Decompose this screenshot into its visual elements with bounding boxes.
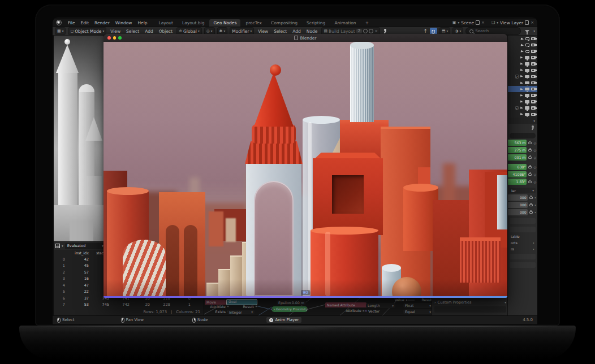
new-tree-icon[interactable] (369, 29, 373, 33)
lock-icon[interactable] (529, 197, 533, 199)
tab-proctex[interactable]: procTex (242, 19, 266, 27)
zoom-window-button[interactable] (118, 36, 122, 40)
dataset-dropdown[interactable]: Evaluated ▾ (65, 243, 106, 249)
selectable-icon[interactable] (520, 75, 524, 78)
outliner-row[interactable] (508, 36, 537, 42)
new-scene-icon[interactable] (476, 20, 480, 25)
search-input[interactable] (475, 29, 512, 33)
location-x-field[interactable]: 563 m (508, 140, 527, 146)
collapsed-section[interactable] (510, 227, 536, 232)
render-visibility-icon[interactable] (531, 81, 536, 85)
outliner-row[interactable] (508, 111, 537, 118)
render-visibility-icon[interactable] (531, 94, 536, 97)
tab-animation[interactable]: Animation (330, 19, 360, 27)
tab-layout-big[interactable]: Layout.big (178, 19, 209, 27)
goal-value-dropdown[interactable]: Integer ▾ (227, 310, 255, 314)
render-visibility-icon[interactable] (531, 75, 536, 79)
selectable-icon[interactable] (520, 100, 524, 103)
lock-icon[interactable] (529, 204, 533, 206)
render-visibility-icon[interactable] (531, 50, 536, 53)
viewport-visibility-icon[interactable] (525, 44, 529, 46)
keyframe-dot-icon[interactable]: • (534, 211, 536, 214)
node-named-attribute[interactable]: Named Attribute (325, 302, 367, 307)
selectable-icon[interactable] (520, 69, 524, 72)
keyframe-diamond-icon[interactable]: ◇ (533, 148, 536, 152)
vector-math-operation-dropdown[interactable]: Length ▾ (366, 303, 395, 308)
viewport-visibility-icon[interactable] (525, 113, 529, 116)
outliner-row[interactable] (508, 61, 537, 67)
selection-checkbox[interactable]: ✓ (515, 106, 519, 110)
tab-geo-nodes[interactable]: Geo Nodes (209, 19, 240, 27)
table-row[interactable]: 7 53 745 742 20 228 1 0 (54, 302, 204, 309)
node-menu-add[interactable]: Add (291, 29, 303, 34)
render-visibility-icon[interactable] (531, 56, 536, 59)
render-visibility-icon[interactable] (531, 69, 536, 72)
viewport-menu-select[interactable]: Select (124, 29, 141, 34)
fake-user-icon[interactable] (363, 29, 368, 33)
keyframe-diamond-icon[interactable]: ◇ (533, 141, 536, 145)
render-visibility-icon[interactable] (531, 37, 536, 41)
outliner-row[interactable]: ✓ (508, 73, 537, 80)
view-layer-selector[interactable]: ❏ ▾ View Layer × (491, 20, 534, 25)
rotation-x-field[interactable]: 638° (508, 164, 527, 170)
pin-icon[interactable] (530, 125, 534, 131)
outliner-row[interactable] (508, 48, 537, 54)
outliner-row[interactable] (508, 92, 537, 98)
collapse-chevron-icon[interactable]: › (274, 307, 275, 311)
visibility-renders-row[interactable]: rs • (511, 247, 534, 251)
lock-icon[interactable] (528, 149, 532, 151)
scale-x-field[interactable]: 000 (508, 194, 528, 201)
close-icon[interactable]: ✕ (269, 318, 273, 322)
selectable-icon[interactable] (521, 50, 524, 53)
viewport-visibility-icon[interactable] (525, 88, 529, 91)
input-socket[interactable] (365, 310, 367, 312)
selection-checkbox[interactable]: ✓ (515, 75, 519, 79)
keyframe-dot-icon[interactable]: • (533, 248, 534, 251)
outliner-row[interactable] (508, 67, 537, 73)
collapsed-section[interactable] (510, 262, 536, 268)
selectable-icon[interactable] (520, 113, 524, 116)
add-workspace-button[interactable]: + (361, 19, 373, 27)
collapsed-section[interactable] (510, 254, 536, 259)
render-visibility-icon[interactable] (531, 113, 536, 116)
parent-tree-icon[interactable]: ↑ (423, 28, 428, 34)
minimize-window-button[interactable] (113, 36, 117, 40)
visibility-viewports-row[interactable]: orts • (511, 241, 534, 245)
filter-icon[interactable] (525, 30, 529, 33)
selectable-icon[interactable] (521, 37, 524, 40)
outliner-row[interactable] (508, 54, 537, 60)
render-window[interactable]: Blender (104, 34, 507, 298)
node-geometry-proximity[interactable]: › Geometry Proximity (271, 306, 308, 312)
viewport-3d-clay[interactable] (54, 36, 104, 241)
compare-type-dropdown[interactable]: Float ▾ (403, 303, 433, 308)
keyframe-dot-icon[interactable]: • (534, 203, 536, 207)
outliner-row[interactable] (508, 42, 537, 48)
lock-icon[interactable] (528, 142, 532, 144)
compare-operation-dropdown[interactable]: Equal ▾ (403, 309, 433, 314)
menu-file[interactable]: File (65, 20, 78, 25)
render-window-titlebar[interactable]: Blender (104, 34, 507, 42)
node-move[interactable]: Move (205, 300, 226, 305)
tab-layout[interactable]: Layout (154, 19, 177, 27)
scale-y-field[interactable]: 000 (508, 202, 528, 208)
viewport-menu-view[interactable]: View (109, 29, 122, 34)
output-socket[interactable] (307, 308, 309, 310)
location-y-field[interactable]: 275 m (508, 147, 527, 153)
viewport-visibility-icon[interactable] (525, 100, 529, 103)
unlink-tree-icon[interactable]: × (374, 29, 378, 33)
viewport-visibility-icon[interactable] (525, 69, 529, 72)
viewport-visibility-icon[interactable] (525, 94, 529, 97)
keyframe-dot-icon[interactable]: • (533, 241, 534, 245)
node-menu-node[interactable]: Node (305, 29, 320, 34)
output-socket[interactable] (227, 305, 229, 307)
viewport-visibility-icon[interactable] (525, 75, 529, 79)
keyframe-diamond-icon[interactable]: ◇ (533, 155, 536, 159)
selectable-icon[interactable] (520, 94, 524, 97)
output-socket[interactable] (255, 305, 257, 307)
render-visibility-icon[interactable] (531, 100, 536, 103)
selectable-icon[interactable] (521, 44, 524, 46)
viewport-menu-object[interactable]: Object (157, 29, 174, 34)
viewport-visibility-icon[interactable] (525, 81, 529, 85)
rotation-z-field[interactable]: 1.83° (508, 179, 527, 185)
tab-scripting[interactable]: Scripting (303, 19, 329, 27)
